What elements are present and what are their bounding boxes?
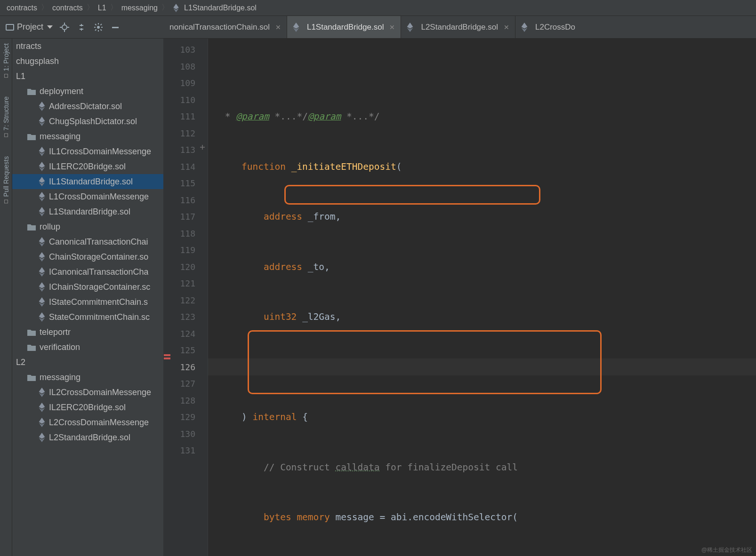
code-line: function _initiateETHDeposit( [219,159,756,175]
project-view-selector[interactable]: Project [6,22,53,32]
svg-line-16 [95,24,97,25]
crumb-file[interactable]: L1StandardBridge.sol [184,4,257,12]
line-number: 126 [164,359,195,376]
line-number: 118 [164,225,195,242]
tree-item-label: chugsplash [16,56,59,66]
tab-l2-standard-bridge[interactable]: L2StandardBridge.sol ✕ [401,16,515,38]
tree-item-label: L1CrossDomainMessenge [49,192,149,202]
tab-canonical-transaction-chain[interactable]: nonicalTransactionChain.sol ✕ [164,16,287,38]
tree-item-label: verification [40,342,80,352]
watermark: @稀土掘金技术社区 [701,546,752,554]
tree-file[interactable]: IStateCommitmentChain.s [12,294,163,310]
ethereum-icon [39,297,45,307]
code-line: // Construct calldata for finalizeDeposi… [219,459,756,476]
gear-icon[interactable] [93,22,104,32]
locate-icon[interactable] [59,22,70,32]
tree-item-label: IL1CrossDomainMessenge [49,147,151,157]
tree-item-label: IL1ERC20Bridge.sol [49,162,126,172]
line-number: 115 [164,175,195,192]
line-number: 121 [164,275,195,292]
tree-item-label: messaging [40,132,80,142]
tree-file[interactable]: StateCommitmentChain.sc [12,310,163,325]
ethereum-icon [39,237,45,246]
project-view-label: Project [17,22,43,32]
folder-icon [27,133,36,140]
tree-item-label: StateCommitmentChain.sc [49,312,150,322]
tree-item-label: deployment [40,87,83,96]
chevron-right-icon: 〉 [41,3,48,13]
crumb[interactable]: L1 [98,4,106,12]
code-line: bytes memory message = abi.encodeWithSel… [219,509,756,526]
svg-point-11 [97,26,100,29]
line-number: 117 [164,208,195,225]
code-content[interactable]: * @param *...*/@param *...*/ function _i… [208,39,756,556]
tree-item-label: CanonicalTransactionChai [49,237,148,247]
tab-l1-standard-bridge[interactable]: L1StandardBridge.sol ✕ [287,16,402,38]
tool-window-structure[interactable]: 7: Structure [2,96,10,137]
line-number: 119 [164,242,195,259]
expand-all-icon[interactable] [76,22,87,32]
tree-file[interactable]: L1CrossDomainMessenge [12,189,163,204]
tree-file[interactable]: L2CrossDomainMessenge [12,415,163,430]
tree-file[interactable]: L1StandardBridge.sol [12,204,163,219]
tree-folder[interactable]: teleportr [12,325,163,340]
tree-item-label: ntracts [16,41,41,51]
tree-folder[interactable]: deployment [12,84,163,99]
project-tree[interactable]: ntractschugsplashL1deploymentAddressDict… [12,39,164,556]
tree-file[interactable]: L2 [12,355,163,370]
tree-file[interactable]: IChainStorageContainer.sc [12,279,163,294]
tree-file[interactable]: chugsplash [12,54,163,69]
tree-file[interactable]: ChainStorageContainer.so [12,249,163,264]
tree-file[interactable]: L2StandardBridge.sol [12,430,163,445]
tree-item-label: L2 [16,357,25,367]
tree-file[interactable]: CanonicalTransactionChai [12,234,163,249]
close-icon[interactable]: ✕ [504,24,509,31]
error-marker-icon [164,357,170,359]
tree-file[interactable]: AddressDictator.sol [12,99,163,114]
crumb[interactable]: contracts [52,4,83,12]
code-editor[interactable]: 1031081091101111121131141151161171181191… [164,39,756,556]
tree-folder[interactable]: verification [12,340,163,355]
code-line: address _from, [219,208,756,225]
folder-icon [27,223,36,230]
tool-window-pull-requests[interactable]: Pull Requests [2,156,10,203]
ethereum-icon [521,23,528,32]
crumb[interactable]: messaging [121,4,158,12]
tree-file[interactable]: IL1StandardBridge.sol [12,174,163,189]
tree-folder[interactable]: messaging [12,370,163,385]
close-icon[interactable]: ✕ [389,24,395,31]
line-number: 129 [164,409,195,426]
line-number: 124 [164,326,195,342]
code-line: uint32 _l2Gas, [219,309,756,326]
tree-file[interactable]: L1 [12,69,163,84]
tree-folder[interactable]: rollup [12,219,163,234]
line-number-gutter: 1031081091101111121131141151161171181191… [164,39,208,556]
line-number: 127 [164,375,195,392]
tree-folder[interactable]: messaging [12,129,163,144]
tree-file[interactable]: ICanonicalTransactionCha [12,264,163,279]
tab-l2-cross-domain[interactable]: L2CrossDo [515,16,581,38]
line-number: 109 [164,75,195,92]
tree-file[interactable]: IL2ERC20Bridge.sol [12,400,163,415]
left-tool-strip: 1: Project 7: Structure Pull Requests [0,39,12,556]
line-number: 113 [164,142,195,159]
ethereum-icon [39,192,45,201]
tree-item-label: L2StandardBridge.sol [49,433,130,443]
tree-file[interactable]: ntracts [12,39,163,54]
line-number: 111 [164,108,195,125]
tree-file[interactable]: IL1CrossDomainMessenge [12,144,163,159]
hide-icon[interactable] [110,22,121,32]
tree-item-label: IL2CrossDomainMessenge [49,388,151,397]
tree-file[interactable]: IL1ERC20Bridge.sol [12,159,163,174]
tree-item-label: IChainStorageContainer.sc [49,282,150,292]
fold-marker-icon[interactable] [200,145,205,150]
tree-item-label: messaging [40,373,80,382]
tree-file[interactable]: ChugSplashDictator.sol [12,114,163,129]
highlight-box [248,330,602,394]
tool-window-project[interactable]: 1: Project [2,43,10,78]
close-icon[interactable]: ✕ [275,24,281,31]
tree-file[interactable]: IL2CrossDomainMessenge [12,385,163,400]
ethereum-icon [39,433,45,442]
crumb[interactable]: contracts [7,4,37,12]
line-number: 120 [164,259,195,276]
